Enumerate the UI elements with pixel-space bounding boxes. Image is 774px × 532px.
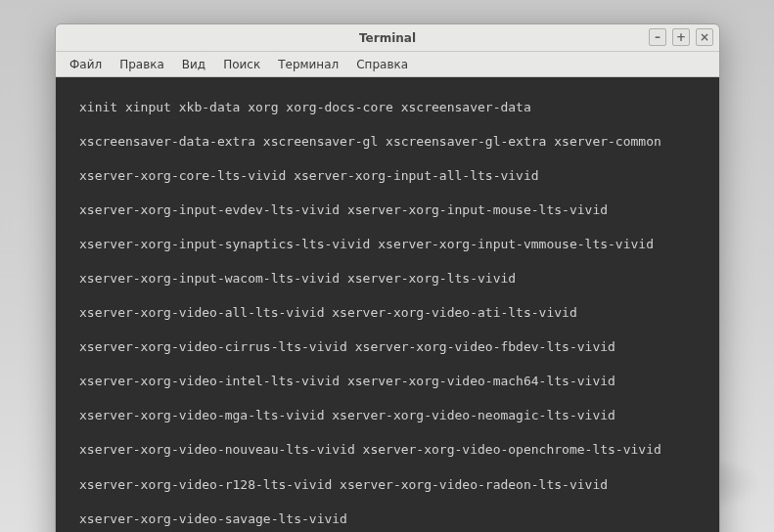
maximize-button[interactable]: + — [672, 28, 690, 46]
terminal-window: Terminal – + × Файл Правка Вид Поиск Тер… — [55, 23, 720, 532]
window-controls: – + × — [649, 28, 713, 46]
titlebar[interactable]: Terminal – + × — [56, 24, 719, 52]
package-line: xserver-xorg-video-intel-lts-vivid xserv… — [62, 373, 713, 390]
menu-help[interactable]: Справка — [348, 55, 416, 74]
minimize-button[interactable]: – — [649, 28, 666, 46]
terminal-output[interactable]: xinit xinput xkb-data xorg xorg-docs-cor… — [56, 77, 719, 532]
menubar: Файл Правка Вид Поиск Терминал Справка — [56, 52, 719, 77]
package-line: xserver-xorg-video-nouveau-lts-vivid xse… — [62, 441, 713, 459]
package-line: xserver-xorg-video-r128-lts-vivid xserve… — [62, 476, 713, 494]
package-line: xserver-xorg-core-lts-vivid xserver-xorg… — [62, 167, 713, 185]
menu-edit[interactable]: Правка — [112, 55, 172, 74]
menu-terminal[interactable]: Терминал — [270, 55, 346, 74]
close-button[interactable]: × — [696, 28, 713, 46]
menu-search[interactable]: Поиск — [215, 55, 268, 74]
package-line: xinit xinput xkb-data xorg xorg-docs-cor… — [62, 99, 713, 116]
package-line: xserver-xorg-video-all-lts-vivid xserver… — [62, 304, 713, 322]
package-line: xserver-xorg-input-wacom-lts-vivid xserv… — [62, 270, 713, 288]
menu-view[interactable]: Вид — [174, 55, 213, 74]
window-title: Terminal — [359, 31, 416, 45]
package-line: xscreensaver-data-extra xscreensaver-gl … — [62, 133, 713, 151]
package-line: xserver-xorg-video-cirrus-lts-vivid xser… — [62, 338, 713, 356]
package-line: xserver-xorg-video-savage-lts-vivid — [62, 510, 713, 528]
package-line: xserver-xorg-input-evdev-lts-vivid xserv… — [62, 201, 713, 219]
menu-file[interactable]: Файл — [62, 55, 110, 74]
package-line: xserver-xorg-input-synaptics-lts-vivid x… — [62, 236, 713, 253]
package-line: xserver-xorg-video-mga-lts-vivid xserver… — [62, 407, 713, 424]
